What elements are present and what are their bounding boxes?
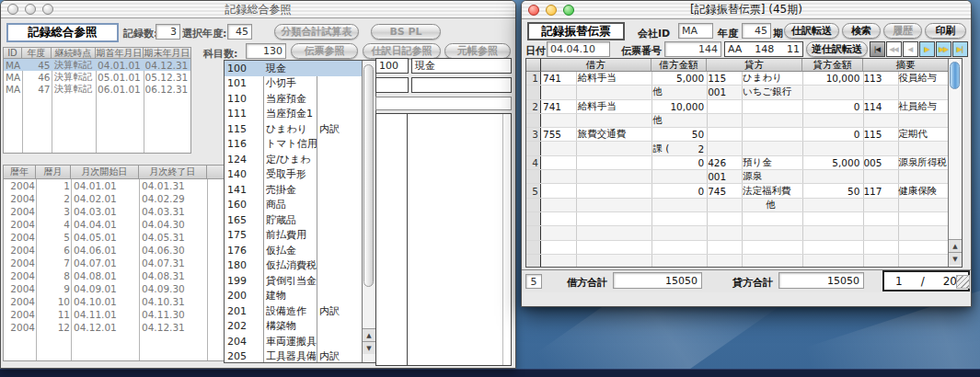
scroll-down-icon[interactable]: ▼ [949,252,962,265]
ledger-reference-button[interactable]: 元帳参照 [444,43,511,59]
nav-fast-prev-icon[interactable]: ◀◀ [886,41,902,57]
journal-transfer-button[interactable]: 仕訳転送 [784,23,839,39]
account-row[interactable]: 175前払費用 [225,228,362,244]
account-row[interactable]: 116トマト信用 [225,137,362,153]
month-row[interactable]: 2004204.02.0104.02.29 [4,192,225,205]
slip-line[interactable]: 50745法定福利費50117健康保険 [526,184,948,198]
nav-fast-next-icon[interactable]: ▶▶ [936,41,951,57]
month-row[interactable]: 20041004.10.0104.10.31 [4,295,225,308]
slip-line[interactable]: 001源泉 [526,170,948,184]
month-row[interactable]: 2004104.01.0104.01.31 [4,179,225,192]
slip-line[interactable] [526,255,948,267]
left-window-titlebar[interactable]: 記録総合参照 [1,1,515,18]
detail-code-field[interactable]: 100 [375,58,409,74]
date-field[interactable]: 04.04.10 [547,41,610,57]
account-code: 205 [225,350,263,362]
account-row[interactable]: 110当座預金 [225,91,362,107]
month-row[interactable]: 2004904.09.0104.09.30 [4,282,225,295]
month-row[interactable]: 2004604.06.0104.06.30 [4,244,225,257]
account-row[interactable]: 124定/ひまわ [225,152,362,167]
scroll-up-icon[interactable]: ▲ [949,239,962,252]
account-row[interactable]: 100現金 [225,61,362,76]
slip-line[interactable]: 他001いちご銀行 [526,86,948,99]
detail-name2-field[interactable] [411,77,512,93]
account-row[interactable]: 200建物 [225,289,362,304]
company-id-field[interactable]: MA [678,23,713,39]
slip-line[interactable]: 40426預り金5,000005源泉所得税 [526,156,948,170]
slip-number-field[interactable]: 144 [664,41,721,57]
nav-first-icon[interactable]: |◀ [870,41,885,57]
account-row[interactable]: 165貯蔵品 [225,212,362,228]
print-button[interactable]: 印刷 [925,23,966,39]
account-row[interactable]: 180仮払消費税 [225,258,362,274]
trial-balance-button[interactable]: 分類合計試算表 [274,24,359,40]
slip-table-scrollbar[interactable]: ▲ ▼ [948,59,962,267]
reverse-transfer-button[interactable]: 逆仕訳転送 [806,41,868,57]
slip-memo [896,241,948,254]
period-label: 期 [773,27,783,40]
slip-line[interactable]: 他 [526,114,948,128]
account-row[interactable]: 140受取手形 [225,167,362,183]
account-row[interactable]: 101小切手 [225,76,362,92]
account-row[interactable]: 205工具器具備内訳 [225,349,362,363]
scroll-down-icon[interactable]: ▼ [363,341,375,354]
slip-line[interactable] [526,212,948,226]
slip-line[interactable]: 1741給料手当5,000115ひまわり10,000113役員給与 [526,72,948,86]
year-field[interactable]: 45 [742,23,771,39]
search-button[interactable]: 検索 [842,23,881,39]
slip-line[interactable]: 課 (2 [526,142,948,155]
slip-reference-button[interactable]: 伝票参照 [291,43,358,59]
account-row[interactable]: 111当座預金1 [225,107,362,122]
account-list-scrollbar[interactable]: ▲ ▼ [362,61,375,362]
year-row[interactable]: MA45決算転記04.01.0104.12.31 [4,59,190,71]
slip-line[interactable] [526,241,948,255]
history-button[interactable]: 履歴 [883,23,922,39]
window-resize-handle[interactable] [956,275,970,289]
selected-year-field[interactable]: 45 [227,24,252,40]
detail-code2-field[interactable] [375,77,409,93]
month-cell: 2004 [4,245,37,256]
scrollbar-thumb[interactable] [363,64,374,287]
detail-wide-field[interactable] [375,97,512,110]
slip-memo-code: 117 [861,184,896,197]
account-name: 小切手 [263,76,317,90]
account-count-field[interactable]: 130 [246,43,286,59]
scroll-up-icon[interactable]: ▲ [363,328,375,341]
slip-line[interactable] [526,226,948,240]
account-row[interactable]: 176仮払金 [225,243,362,258]
account-row[interactable]: 201設備造作内訳 [225,303,362,319]
month-row[interactable]: 2004404.04.0104.04.30 [4,218,225,231]
month-row[interactable]: 2004304.03.0104.03.31 [4,205,225,218]
scrollbar-thumb[interactable] [950,62,960,89]
account-row[interactable]: 202構築物 [225,319,362,335]
years-table-header: ID年度継続時点期首年月日期末年月日 [3,47,191,59]
month-row[interactable]: 20041204.12.0104.12.31 [4,321,225,334]
slip-credit-amount: 10,000 [801,72,862,85]
account-row[interactable]: 160商品 [225,198,362,213]
reference-company: AA [728,43,742,55]
account-row[interactable]: 204車両運搬具 [225,334,362,349]
month-row[interactable]: 2004804.08.0104.08.31 [4,269,225,282]
right-window-titlebar[interactable]: [記録振替伝票] (45期) [522,1,971,19]
slip-line[interactable]: 2741給料手当10,0000114社員給与 [526,100,948,114]
nav-next-icon[interactable]: ▶ [919,41,935,57]
nav-prev-icon[interactable]: ◀ [903,41,918,57]
account-code: 176 [225,245,263,257]
bspl-button[interactable]: BS PL [371,24,441,40]
account-row[interactable]: 141売掛金 [225,182,362,198]
slip-credit-code: 001 [706,170,741,183]
month-row[interactable]: 2004504.05.0104.05.31 [4,231,225,244]
year-row[interactable]: MA46決算転記05.01.0105.12.31 [4,71,190,83]
year-row[interactable]: MA47決算転記06.01.0106.12.31 [4,83,190,95]
reference-slip-box[interactable]: AA 148 11 [724,41,803,57]
detail-name-field[interactable]: 現金 [411,58,512,74]
journal-reference-button[interactable]: 仕訳日記参照 [363,43,441,59]
record-count-field[interactable]: 3 [156,24,180,40]
nav-last-icon[interactable]: ▶| [952,41,968,57]
account-row[interactable]: 199貸倒引当金 [225,273,362,289]
slip-line[interactable]: 他 [526,199,948,212]
month-row[interactable]: 2004704.07.0104.07.31 [4,257,225,269]
slip-line[interactable]: 3755旅費交通費500115定期代 [526,128,948,142]
account-row[interactable]: 115ひまわり内訳 [225,121,362,137]
month-row[interactable]: 20041104.11.0104.11.30 [4,308,225,321]
